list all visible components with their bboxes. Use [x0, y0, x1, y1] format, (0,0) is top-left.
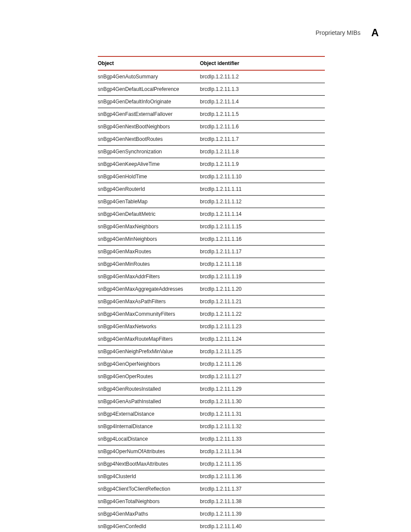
- object-cell: snBgp4GenSynchronization: [98, 146, 200, 158]
- table-row: snBgp4GenDefaultMetricbrcdIp.1.2.11.1.14: [98, 208, 325, 221]
- table-row: snBgp4GenMaxRouteMapFiltersbrcdIp.1.2.11…: [98, 333, 325, 345]
- identifier-cell: brcdIp.1.2.11.1.31: [200, 408, 325, 420]
- table-row: snBgp4GenSynchronizationbrcdIp.1.2.11.1.…: [98, 146, 325, 158]
- identifier-cell: brcdIp.1.2.11.1.17: [200, 246, 325, 258]
- object-cell: snBgp4GenDefaultMetric: [98, 208, 200, 221]
- object-cell: snBgp4GenTableMap: [98, 196, 200, 208]
- identifier-cell: brcdIp.1.2.11.1.20: [200, 283, 325, 296]
- identifier-cell: brcdIp.1.2.11.1.37: [200, 483, 325, 495]
- object-cell: snBgp4GenMaxAggregateAddresses: [98, 283, 200, 296]
- column-header-object: Object: [98, 56, 200, 70]
- object-cell: snBgp4GenNextBootNeighbors: [98, 121, 200, 133]
- identifier-cell: brcdIp.1.2.11.1.5: [200, 108, 325, 121]
- table-row: snBgp4GenOperNeighborsbrcdIp.1.2.11.1.26: [98, 358, 325, 370]
- identifier-cell: brcdIp.1.2.11.1.22: [200, 308, 325, 320]
- object-cell: snBgp4NextBootMaxAttributes: [98, 458, 200, 470]
- table-row: snBgp4GenFastExternalFalloverbrcdIp.1.2.…: [98, 108, 325, 121]
- identifier-cell: brcdIp.1.2.11.1.9: [200, 158, 325, 171]
- identifier-cell: brcdIp.1.2.11.1.26: [200, 358, 325, 370]
- object-cell: snBgp4GenMaxCommunityFilters: [98, 308, 200, 320]
- object-cell: snBgp4GenNeighPrefixMinValue: [98, 345, 200, 358]
- table-row: snBgp4GenMaxPathsbrcdIp.1.2.11.1.39: [98, 508, 325, 520]
- mib-table-container: Object Object identifier snBgp4GenAutoSu…: [98, 56, 325, 532]
- table-row: snBgp4ExternalDistancebrcdIp.1.2.11.1.31: [98, 408, 325, 420]
- table-row: snBgp4GenTableMapbrcdIp.1.2.11.1.12: [98, 196, 325, 208]
- column-header-identifier: Object identifier: [200, 56, 325, 70]
- table-row: snBgp4GenHoldTimebrcdIp.1.2.11.1.10: [98, 171, 325, 183]
- table-row: snBgp4GenKeepAliveTimebrcdIp.1.2.11.1.9: [98, 158, 325, 171]
- identifier-cell: brcdIp.1.2.11.1.12: [200, 196, 325, 208]
- table-row: snBgp4GenRoutesInstalledbrcdIp.1.2.11.1.…: [98, 383, 325, 395]
- object-cell: snBgp4GenAutoSummary: [98, 70, 200, 83]
- object-cell: snBgp4GenRouterId: [98, 183, 200, 196]
- page-header: Proprietary MIBs A: [315, 27, 379, 39]
- identifier-cell: brcdIp.1.2.11.1.18: [200, 258, 325, 271]
- identifier-cell: brcdIp.1.2.11.1.30: [200, 395, 325, 408]
- table-row: snBgp4GenRouterIdbrcdIp.1.2.11.1.11: [98, 183, 325, 196]
- table-row: snBgp4GenTotalNeighborsbrcdIp.1.2.11.1.3…: [98, 495, 325, 508]
- identifier-cell: brcdIp.1.2.11.1.32: [200, 420, 325, 433]
- object-cell: snBgp4OperNumOfAttributes: [98, 445, 200, 458]
- object-cell: snBgp4GenMinNeighbors: [98, 233, 200, 246]
- table-row: snBgp4InternalDistancebrcdIp.1.2.11.1.32: [98, 420, 325, 433]
- identifier-cell: brcdIp.1.2.11.1.3: [200, 83, 325, 96]
- identifier-cell: brcdIp.1.2.11.1.34: [200, 445, 325, 458]
- table-row: snBgp4GenNextBootRoutesbrcdIp.1.2.11.1.7: [98, 133, 325, 146]
- object-cell: snBgp4GenHoldTime: [98, 171, 200, 183]
- object-cell: snBgp4GenFastExternalFallover: [98, 108, 200, 121]
- object-cell: snBgp4GenOperRoutes: [98, 370, 200, 383]
- table-row: snBgp4LocalDistancebrcdIp.1.2.11.1.33: [98, 433, 325, 445]
- identifier-cell: brcdIp.1.2.11.1.29: [200, 383, 325, 395]
- table-row: snBgp4GenDefaultLocalPreferencebrcdIp.1.…: [98, 83, 325, 96]
- table-row: snBgp4GenMaxAsPathFiltersbrcdIp.1.2.11.1…: [98, 296, 325, 308]
- object-cell: snBgp4GenMaxNetworks: [98, 320, 200, 333]
- object-cell: snBgp4GenDefaultInfoOriginate: [98, 96, 200, 108]
- object-cell: snBgp4GenKeepAliveTime: [98, 158, 200, 171]
- identifier-cell: brcdIp.1.2.11.1.38: [200, 495, 325, 508]
- table-row: snBgp4GenNeighPrefixMinValuebrcdIp.1.2.1…: [98, 345, 325, 358]
- identifier-cell: brcdIp.1.2.11.1.6: [200, 121, 325, 133]
- object-cell: snBgp4LocalDistance: [98, 433, 200, 445]
- object-cell: snBgp4GenConfedId: [98, 520, 200, 532]
- table-row: snBgp4GenAsPathInstalledbrcdIp.1.2.11.1.…: [98, 395, 325, 408]
- object-cell: snBgp4GenMaxNeighbors: [98, 221, 200, 233]
- identifier-cell: brcdIp.1.2.11.1.10: [200, 171, 325, 183]
- table-row: snBgp4GenNextBootNeighborsbrcdIp.1.2.11.…: [98, 121, 325, 133]
- table-row: snBgp4GenMaxNetworksbrcdIp.1.2.11.1.23: [98, 320, 325, 333]
- appendix-letter: A: [371, 27, 379, 39]
- identifier-cell: brcdIp.1.2.11.1.21: [200, 296, 325, 308]
- table-row: snBgp4GenMaxRoutesbrcdIp.1.2.11.1.17: [98, 246, 325, 258]
- identifier-cell: brcdIp.1.2.11.1.35: [200, 458, 325, 470]
- identifier-cell: brcdIp.1.2.11.1.14: [200, 208, 325, 221]
- object-cell: snBgp4InternalDistance: [98, 420, 200, 433]
- table-row: snBgp4GenMaxCommunityFiltersbrcdIp.1.2.1…: [98, 308, 325, 320]
- identifier-cell: brcdIp.1.2.11.1.27: [200, 370, 325, 383]
- object-cell: snBgp4GenMaxRouteMapFilters: [98, 333, 200, 345]
- table-row: snBgp4ClusterIdbrcdIp.1.2.11.1.36: [98, 470, 325, 483]
- identifier-cell: brcdIp.1.2.11.1.33: [200, 433, 325, 445]
- table-row: snBgp4ClientToClientReflectionbrcdIp.1.2…: [98, 483, 325, 495]
- table-row: snBgp4NextBootMaxAttributesbrcdIp.1.2.11…: [98, 458, 325, 470]
- table-row: snBgp4GenMaxAddrFiltersbrcdIp.1.2.11.1.1…: [98, 271, 325, 283]
- table-row: snBgp4GenAutoSummarybrcdIp.1.2.11.1.2: [98, 70, 325, 83]
- table-header-row: Object Object identifier: [98, 56, 325, 70]
- identifier-cell: brcdIp.1.2.11.1.4: [200, 96, 325, 108]
- table-row: snBgp4GenMaxNeighborsbrcdIp.1.2.11.1.15: [98, 221, 325, 233]
- object-cell: snBgp4GenMaxAddrFilters: [98, 271, 200, 283]
- object-cell: snBgp4ExternalDistance: [98, 408, 200, 420]
- identifier-cell: brcdIp.1.2.11.1.11: [200, 183, 325, 196]
- object-cell: snBgp4GenDefaultLocalPreference: [98, 83, 200, 96]
- object-cell: snBgp4GenNextBootRoutes: [98, 133, 200, 146]
- identifier-cell: brcdIp.1.2.11.1.2: [200, 70, 325, 83]
- identifier-cell: brcdIp.1.2.11.1.16: [200, 233, 325, 246]
- section-title: Proprietary MIBs: [315, 29, 360, 36]
- identifier-cell: brcdIp.1.2.11.1.39: [200, 508, 325, 520]
- object-cell: snBgp4GenMaxAsPathFilters: [98, 296, 200, 308]
- object-cell: snBgp4GenMaxRoutes: [98, 246, 200, 258]
- table-row: snBgp4GenMaxAggregateAddressesbrcdIp.1.2…: [98, 283, 325, 296]
- object-cell: snBgp4GenOperNeighbors: [98, 358, 200, 370]
- identifier-cell: brcdIp.1.2.11.1.8: [200, 146, 325, 158]
- identifier-cell: brcdIp.1.2.11.1.7: [200, 133, 325, 146]
- object-cell: snBgp4GenAsPathInstalled: [98, 395, 200, 408]
- identifier-cell: brcdIp.1.2.11.1.23: [200, 320, 325, 333]
